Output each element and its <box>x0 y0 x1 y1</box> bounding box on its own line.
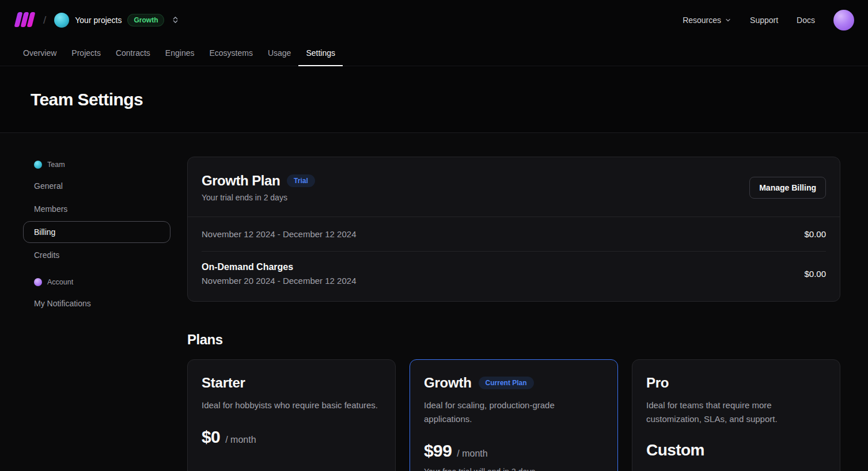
growth-title-row: Growth Current Plan <box>424 375 604 391</box>
page-header: Team Settings <box>0 66 868 133</box>
sidebar-item-general[interactable]: General <box>23 175 170 197</box>
nav-link-docs-label: Docs <box>797 16 815 25</box>
sidebar-group-team: Team <box>23 157 170 174</box>
plan-card-growth: Growth Current Plan Ideal for scaling, p… <box>410 359 618 471</box>
sidebar-group-team-label: Team <box>47 161 65 169</box>
plan-card-pro: Pro Ideal for teams that require more cu… <box>632 359 840 471</box>
sidebar-item-my-notifications[interactable]: My Notifications <box>23 293 170 314</box>
user-avatar[interactable] <box>833 10 854 31</box>
pro-price: Custom <box>646 441 704 459</box>
growth-plan-name: Growth <box>424 375 472 391</box>
on-demand-charges-row: On-Demand Charges November 20 2024 - Dec… <box>188 252 840 301</box>
billing-period-amount: $0.00 <box>804 229 826 239</box>
sidebar-group-account: Account <box>23 274 170 291</box>
pro-price-row: Custom <box>646 441 826 459</box>
settings-content: Team General Members Billing Credits Acc… <box>0 133 868 471</box>
top-navbar: / Your projects Growth Resources Support… <box>0 0 868 40</box>
settings-sidebar: Team General Members Billing Credits Acc… <box>23 157 170 471</box>
team-switcher[interactable]: Your projects Growth <box>54 13 180 28</box>
sidebar-item-members[interactable]: Members <box>23 198 170 220</box>
trial-ends-note: Your trial ends in 2 days <box>202 193 315 202</box>
nav-link-docs[interactable]: Docs <box>797 16 815 25</box>
page-title: Team Settings <box>31 90 143 109</box>
pro-plan-name: Pro <box>646 375 669 391</box>
tab-engines[interactable]: Engines <box>158 40 202 66</box>
plans-grid: Starter Ideal for hobbyists who require … <box>187 359 840 471</box>
current-plan-badge: Current Plan <box>479 377 534 389</box>
tab-overview[interactable]: Overview <box>16 40 64 66</box>
pro-plan-description: Ideal for teams that require more custom… <box>646 398 826 426</box>
navbar-right: Resources Support Docs <box>683 10 854 31</box>
trial-badge: Trial <box>287 174 315 187</box>
team-avatar <box>54 13 69 28</box>
nav-link-support-label: Support <box>750 16 778 25</box>
plan-title: Growth Plan <box>202 173 280 189</box>
nav-link-support[interactable]: Support <box>750 16 778 25</box>
thirdweb-logo-icon[interactable] <box>14 12 35 28</box>
tab-usage[interactable]: Usage <box>260 40 298 66</box>
sidebar-group-account-label: Account <box>47 278 73 286</box>
on-demand-charges-amount: $0.00 <box>804 269 826 279</box>
tab-ecosystems[interactable]: Ecosystems <box>202 40 260 66</box>
plan-card-starter: Starter Ideal for hobbyists who require … <box>187 359 396 471</box>
growth-plan-description: Ideal for scaling, production-grade appl… <box>424 398 604 426</box>
team-switcher-label: Your projects <box>75 16 122 25</box>
sidebar-item-credits[interactable]: Credits <box>23 244 170 266</box>
growth-price-period: / month <box>457 449 487 459</box>
on-demand-charges-text: On-Demand Charges November 20 2024 - Dec… <box>202 262 357 286</box>
nav-link-resources-label: Resources <box>683 16 721 25</box>
team-dot-icon <box>34 161 42 169</box>
on-demand-charges-period: November 20 2024 - December 12 2024 <box>202 276 357 286</box>
plans-heading: Plans <box>187 332 840 348</box>
billing-main: Growth Plan Trial Your trial ends in 2 d… <box>187 157 840 471</box>
starter-price-period: / month <box>225 435 256 445</box>
growth-trial-note: Your free trial will end in 3 days. <box>424 467 604 471</box>
growth-price: $99 <box>424 441 452 461</box>
tab-settings[interactable]: Settings <box>298 40 343 66</box>
nav-link-resources[interactable]: Resources <box>683 16 731 25</box>
manage-billing-button[interactable]: Manage Billing <box>749 177 826 199</box>
starter-plan-name: Starter <box>202 375 245 391</box>
billing-period-label: November 12 2024 - December 12 2024 <box>202 229 357 239</box>
breadcrumb-separator: / <box>43 14 46 26</box>
starter-plan-description: Ideal for hobbyists who require basic fe… <box>202 398 381 412</box>
plan-title-row: Growth Plan Trial <box>202 173 315 189</box>
pro-title-row: Pro <box>646 375 826 391</box>
tab-projects[interactable]: Projects <box>64 40 108 66</box>
unfold-more-icon[interactable] <box>171 16 180 24</box>
billing-period-row: November 12 2024 - December 12 2024 $0.0… <box>188 217 840 251</box>
main-tabbar: Overview Projects Contracts Engines Ecos… <box>0 40 868 66</box>
starter-price-row: $0 / month <box>202 427 381 447</box>
on-demand-charges-title: On-Demand Charges <box>202 262 357 272</box>
growth-price-row: $99 / month <box>424 441 604 461</box>
starter-price: $0 <box>202 427 220 447</box>
current-plan-card: Growth Plan Trial Your trial ends in 2 d… <box>187 157 840 302</box>
plan-card-header: Growth Plan Trial Your trial ends in 2 d… <box>188 157 840 216</box>
sidebar-item-billing[interactable]: Billing <box>23 221 170 243</box>
plan-card-header-text: Growth Plan Trial Your trial ends in 2 d… <box>202 173 315 202</box>
tab-contracts[interactable]: Contracts <box>108 40 158 66</box>
starter-title-row: Starter <box>202 375 381 391</box>
account-dot-icon <box>34 278 42 286</box>
navbar-left: / Your projects Growth <box>14 12 180 28</box>
team-plan-badge: Growth <box>127 14 164 26</box>
chevron-down-icon <box>725 17 731 24</box>
